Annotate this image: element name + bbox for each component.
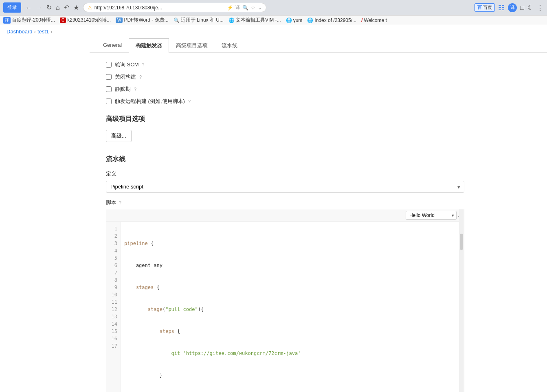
bookmark-translate[interactable]: 译 百度翻译-200种语... — [3, 17, 55, 24]
line-num-6: 6 — [110, 262, 117, 269]
url-bar[interactable]: ⚠ http://192.168.70.130:8080/je... ⚡ 译 🔍… — [83, 3, 266, 12]
forward-button[interactable]: → — [34, 3, 44, 12]
code-line-5: steps { — [124, 328, 461, 335]
breadcrumb-sep-1: › — [34, 28, 36, 35]
script-label-text: 脚本 — [106, 199, 116, 206]
definition-label: 定义 — [106, 170, 531, 177]
advanced-button[interactable]: 高级... — [106, 130, 132, 142]
checkbox-item-remote: 触发远程构建 (例如,使用脚本) ? — [106, 98, 531, 105]
line-num-15: 15 — [110, 328, 117, 335]
template-select[interactable]: Hello World Scripted Pipeline — [406, 211, 457, 220]
url-warning-icon: ⚠ — [88, 5, 92, 11]
tab-pipeline[interactable]: 流水线 — [215, 38, 244, 53]
reload-button[interactable]: ↻ — [45, 3, 53, 12]
line-num-3: 3 — [110, 240, 117, 247]
help-icon-scm[interactable]: ? — [142, 62, 145, 67]
menu-button[interactable]: ⋮ — [536, 3, 544, 12]
back-button[interactable]: ← — [24, 3, 33, 12]
line-num-10: 10 — [110, 291, 117, 298]
advanced-section-heading: 高级项目选项 — [106, 115, 531, 123]
script-header: Hello World Scripted Pipeline ⌄ — [106, 209, 464, 222]
help-icon-script[interactable]: ? — [119, 200, 121, 205]
bookmark-welcome[interactable]: /Welcome t — [361, 17, 387, 24]
script-label: 脚本 ? — [106, 199, 531, 206]
pipeline-section: 流水线 定义 Pipeline script Pipeline script f… — [106, 155, 531, 392]
line-num-8: 8 — [110, 276, 117, 284]
code-editor[interactable]: 1 2 3 4 5 6 7 8 9 10 11 12 13 — [106, 222, 464, 392]
pipeline-heading: 流水线 — [106, 155, 531, 164]
checkbox-quiet[interactable] — [106, 86, 112, 92]
code-content[interactable]: pipeline { agent any stages { stage("pul… — [121, 222, 464, 392]
scrollbar-thumb — [460, 234, 463, 250]
code-line-2: agent any — [124, 262, 461, 269]
breadcrumb-test1[interactable]: test1 — [37, 28, 49, 35]
tab-general[interactable]: General — [96, 38, 129, 53]
breadcrumb-dashboard[interactable]: Dashboard — [7, 28, 33, 35]
checkbox-disable[interactable] — [106, 74, 112, 80]
line-num-17: 17 — [110, 342, 117, 350]
tab-advanced-options[interactable]: 高级项目选项 — [169, 38, 215, 53]
bookmark-csdn[interactable]: C k2902314105的博... — [60, 17, 111, 24]
bookmark-index[interactable]: 🌐Index of /232905/... — [307, 17, 356, 24]
line-num-11: 11 — [110, 298, 117, 306]
label-remote: 触发远程构建 (例如,使用脚本) — [115, 98, 185, 105]
line-num-2: 2 — [110, 232, 117, 240]
definition-select-wrapper: Pipeline script Pipeline script from SCM — [106, 181, 464, 193]
bookmark-button[interactable]: ★ — [72, 3, 81, 12]
bookmarks-bar: 译 百度翻译-200种语... C k2902314105的博... W PDF… — [0, 15, 547, 25]
nav-buttons: ← → ↻ ⌂ ↶ ★ — [24, 3, 81, 12]
line-num-9: 9 — [110, 284, 117, 291]
page-content: Dashboard › test1 › General 构建触发器 高级项目选项… — [0, 25, 547, 392]
help-icon-remote[interactable]: ? — [188, 99, 191, 104]
line-num-4: 4 — [110, 247, 117, 254]
profile-button[interactable]: 译 — [508, 3, 517, 12]
code-line-4: stage("pull code"){ — [124, 306, 461, 313]
template-select-wrapper: Hello World Scripted Pipeline — [406, 211, 457, 220]
extensions-button[interactable]: ☷ — [498, 3, 505, 12]
line-num-1: 1 — [110, 225, 117, 232]
browser-action-buttons: 百百度 ☷ 译 □ ☾ ⋮ — [475, 3, 544, 12]
checkbox-item-quiet: 静默期 ? — [106, 85, 531, 93]
line-num-12: 12 — [110, 306, 117, 313]
bookmark-yum[interactable]: 🌐yum — [286, 17, 303, 24]
undo-button[interactable]: ↶ — [62, 3, 71, 12]
definition-select[interactable]: Pipeline script Pipeline script from SCM — [106, 181, 464, 193]
lightning-icon: ⚡ — [227, 5, 233, 11]
login-button[interactable]: 登录 — [3, 2, 21, 13]
tabs-bar: General 构建触发器 高级项目选项 流水线 — [90, 38, 547, 53]
label-disable: 关闭构建 — [115, 73, 136, 81]
checkbox-scm[interactable] — [106, 62, 112, 68]
label-quiet: 静默期 — [115, 85, 131, 93]
night-button[interactable]: ☾ — [527, 4, 533, 11]
line-num-16: 16 — [110, 335, 117, 342]
breadcrumb: Dashboard › test1 › — [0, 25, 547, 38]
line-numbers: 1 2 3 4 5 6 7 8 9 10 11 12 13 — [106, 222, 121, 392]
breadcrumb-sep-2: › — [51, 28, 52, 35]
script-section: 脚本 ? Hello World Scripted Pipeline ⌄ — [106, 199, 531, 392]
star-icon: ☆ — [251, 5, 255, 11]
checkbox-remote[interactable] — [106, 99, 112, 104]
help-icon-disable[interactable]: ? — [139, 74, 142, 79]
vertical-scrollbar[interactable] — [459, 209, 464, 392]
bookmark-linux[interactable]: 🔍适用于 Linux 和 U... — [174, 17, 224, 24]
url-text: http://192.168.70.130:8080/je... — [94, 5, 162, 11]
zoom-icon: 🔍 — [242, 5, 248, 11]
browser-chrome: 登录 ← → ↻ ⌂ ↶ ★ ⚠ http://192.168.70.130:8… — [0, 0, 547, 15]
code-line-7: } — [124, 372, 461, 379]
line-num-13: 13 — [110, 313, 117, 320]
line-num-7: 7 — [110, 269, 117, 276]
baidu-button[interactable]: 百百度 — [475, 3, 495, 12]
tab-build-triggers[interactable]: 构建触发器 — [129, 38, 169, 53]
screenshot-button[interactable]: □ — [520, 4, 524, 11]
translate-icon: 译 — [235, 4, 240, 11]
code-line-6: git 'https://gitee.com/wukongcrm/72crm-j… — [124, 350, 461, 357]
checkbox-group: 轮询 SCM ? 关闭构建 ? 静默期 ? 触发远程构建 (例如,使用脚本) ? — [106, 61, 531, 105]
bookmark-pdf[interactable]: W PDF转Word - 免费... — [116, 17, 169, 24]
help-icon-quiet[interactable]: ? — [134, 87, 136, 92]
code-line-1: pipeline { — [124, 240, 461, 247]
bookmark-vim[interactable]: 🌐文本编辑工具VIM -... — [228, 17, 281, 24]
caret-icon: ⌄ — [258, 5, 262, 11]
script-container: Hello World Scripted Pipeline ⌄ 1 2 3 4 — [106, 209, 464, 392]
checkbox-item-disable: 关闭构建 ? — [106, 73, 531, 81]
home-button[interactable]: ⌂ — [54, 3, 62, 12]
